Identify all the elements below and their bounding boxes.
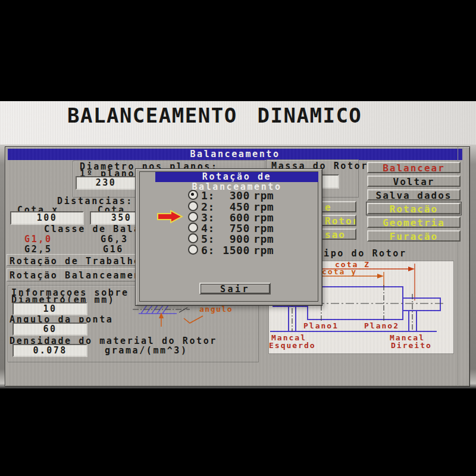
rotacao-trabalho-label: Rotaçäo de Trabalho <box>10 256 141 267</box>
diametro-mm-input[interactable]: 10 <box>12 302 87 315</box>
furacao-button[interactable]: Furaçäo <box>367 230 461 242</box>
radio-icon[interactable] <box>188 223 198 233</box>
cota-y-label: cota y <box>322 267 357 276</box>
mancal-esquerdo-line2: Esquerdo <box>269 341 316 350</box>
photographed-crt-screen: { "title_screen": { "heading": "BALANCEA… <box>0 0 476 476</box>
rotacao-balanceamento-label: Rotaçäo Balanceamen <box>10 270 141 281</box>
radio-icon[interactable] <box>188 245 198 255</box>
page-title: BALANCEAMENTO DINAMICO <box>67 104 362 127</box>
diagram-labels: Plano1 Plano2 Mancal Esquerdo Mancal Dir… <box>269 321 432 350</box>
radio-icon[interactable] <box>188 233 198 243</box>
cota-z-arrow-icon <box>408 267 415 271</box>
title-band: BALANCEAMENTO DINAMICO <box>0 101 476 146</box>
radio-icon[interactable] <box>188 212 198 222</box>
rotacao-balanceamento-dialog: Rotaçäo de Balanceamento 1: 300 rpm 2: 4… <box>135 168 322 306</box>
rpm-option-6[interactable]: 6: 1500 rpm <box>136 244 322 254</box>
classe-g2-5[interactable]: G2,5 <box>24 244 52 255</box>
tipo-rotor-label: ipo do Rotor <box>324 248 407 259</box>
salva-dados-button[interactable]: Salva dados <box>367 189 461 201</box>
dialog-titlebar: Rotaçäo de Balanceamento <box>155 172 318 182</box>
cota-x-input[interactable]: 100 <box>10 211 84 225</box>
sair-button[interactable]: Sair <box>199 283 271 295</box>
rotacao-balanceamento-bar[interactable]: Rotaçäo Balanceamen <box>7 268 141 281</box>
balancear-button[interactable]: Balancear <box>367 162 461 173</box>
rpm-option-4[interactable]: 4: 750 rpm <box>136 222 322 232</box>
classe-g16[interactable]: G16 <box>103 244 124 255</box>
classe-g6-3[interactable]: G6,3 <box>101 234 129 245</box>
densidade-input[interactable]: 0.078 <box>12 344 87 357</box>
cota-y-arrow-icon <box>377 274 384 278</box>
plano2-label: Plano2 <box>364 321 399 330</box>
angulo-annotation: angulo <box>199 305 233 314</box>
plano1-label: Plano1 <box>303 321 339 330</box>
geometria-button[interactable]: Geometria <box>367 217 461 228</box>
rotacao-button[interactable]: Rotaçäo <box>367 203 461 214</box>
mancal-direito-line2: Direito <box>391 341 432 350</box>
classe-g1[interactable]: G1,0 <box>24 234 52 245</box>
angle-leader-lines <box>161 316 203 327</box>
rpm-option-5[interactable]: 5: 900 rpm <box>136 233 322 243</box>
classe-label: Classe de Bala <box>44 224 141 234</box>
radio-icon[interactable] <box>188 190 198 200</box>
densidade-unit: grama/(mm^3) <box>105 345 188 356</box>
window-titlebar: Balanceamento <box>8 149 462 160</box>
radio-icon[interactable] <box>188 201 198 211</box>
rpm-option-2[interactable]: 2: 450 rpm <box>136 201 322 211</box>
rotacao-trabalho-bar[interactable]: Rotaçäo de Trabalho <box>7 254 140 266</box>
mouse-cursor-arrow-icon <box>157 210 183 223</box>
angulo-ponta-input[interactable]: 60 <box>12 322 87 336</box>
diametro-plano1-input[interactable]: 230 <box>76 176 136 190</box>
rpm-option-1[interactable]: 1: 300 rpm <box>136 189 322 199</box>
voltar-button[interactable]: Voltar <box>367 176 461 187</box>
